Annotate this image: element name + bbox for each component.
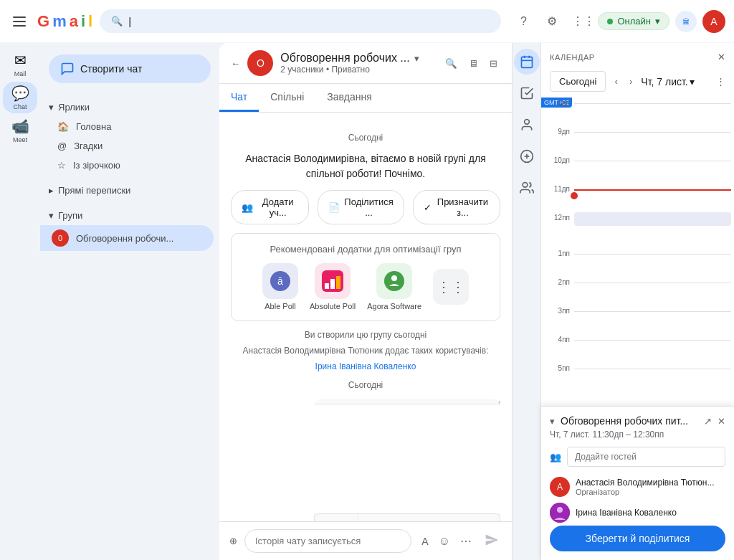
chat-chevron[interactable]: ▾ bbox=[414, 53, 419, 64]
absolute-poll-icon bbox=[315, 263, 351, 299]
event-card-collapse[interactable]: ▾ bbox=[550, 416, 555, 427]
tasks-side-icon[interactable] bbox=[514, 80, 540, 106]
guest-name-2: Ірина Іванівна Коваленко bbox=[576, 508, 677, 518]
more-icon: ⋮⋮ bbox=[437, 278, 465, 295]
more-options-button[interactable]: ⊟ bbox=[487, 55, 500, 72]
tab-chat[interactable]: Чат bbox=[219, 84, 259, 112]
event-card-open-button[interactable]: ↗ bbox=[704, 416, 712, 427]
action-buttons: 👥 Додати уч... 📄 Поділитися ... ✓ Призна… bbox=[231, 190, 500, 224]
file-message: 10 хв const colors = ['#34a bbox=[231, 399, 500, 521]
sidebar-item-meet[interactable]: 📹 Meet bbox=[3, 115, 37, 146]
add-members-label: Додати уч... bbox=[257, 196, 298, 218]
svg-text:🏛: 🏛 bbox=[682, 18, 690, 26]
starred-label: Із зірочкою bbox=[73, 160, 120, 171]
guests-icon: 👥 bbox=[550, 452, 561, 462]
chat-icon: 💬 bbox=[11, 85, 29, 102]
assign-label: Призначити з... bbox=[436, 196, 490, 218]
online-status[interactable]: Онлайн ▾ bbox=[598, 12, 669, 30]
emoji-button[interactable]: ☺ bbox=[436, 532, 453, 551]
time-label-8: 8дп bbox=[544, 98, 574, 107]
format-button[interactable]: A bbox=[419, 533, 431, 550]
apps-button[interactable]: ⋮⋮ bbox=[569, 10, 592, 33]
add-members-button[interactable]: 👥 Додати уч... bbox=[231, 190, 309, 224]
top-right-actions: ? ⚙ ⋮⋮ Онлайн ▾ 🏛 A bbox=[512, 10, 725, 33]
contacts-side-icon[interactable] bbox=[514, 112, 540, 138]
save-share-button[interactable]: Зберегти й поділитися bbox=[550, 526, 725, 551]
bottom-event-card: ▾ Обговорення робочих пит... ↗ ✕ Чт, 7 л… bbox=[541, 406, 734, 560]
duo-side-icon[interactable] bbox=[514, 175, 540, 201]
calendar-side-icon[interactable] bbox=[514, 49, 540, 75]
search-input[interactable] bbox=[128, 15, 490, 27]
university-avatar[interactable]: 🏛 bbox=[675, 11, 697, 32]
guest-name-1: Анастасія Володимирівна Тютюн... bbox=[576, 478, 714, 488]
tab-shared[interactable]: Спільні bbox=[259, 84, 315, 112]
more-input-button[interactable]: ⋯ bbox=[457, 531, 475, 551]
chat-title-group: Обговорення робочих ... ▾ 2 учасники • П… bbox=[280, 52, 419, 75]
system-msg-1: Ви створили цю групу сьогодні bbox=[231, 330, 500, 340]
time-line-8 bbox=[574, 103, 731, 104]
add-side-icon[interactable] bbox=[514, 143, 540, 169]
next-arrow[interactable]: › bbox=[626, 73, 635, 90]
hamburger-button[interactable] bbox=[9, 11, 30, 32]
sidebar-item-mentions[interactable]: @ Згадки bbox=[40, 136, 219, 156]
prev-arrow[interactable]: ‹ bbox=[611, 73, 620, 90]
calendar-close-button[interactable]: ✕ bbox=[718, 52, 725, 62]
assign-button[interactable]: ✓ Призначити з... bbox=[413, 190, 500, 224]
event-block[interactable] bbox=[574, 212, 731, 226]
help-button[interactable]: ? bbox=[512, 10, 535, 33]
chat-messages[interactable]: Сьогодні Анастасія Володимирівна, вітаєм… bbox=[219, 113, 512, 521]
addon-agora-software[interactable]: Agora Software bbox=[367, 263, 421, 310]
time-line-9 bbox=[574, 132, 731, 133]
date-chevron[interactable]: ▾ bbox=[690, 76, 695, 87]
create-chat-button[interactable]: Створити чат bbox=[49, 54, 211, 83]
addon-able-poll[interactable]: ā Able Poll bbox=[262, 263, 298, 310]
expand-arrow-groups: ▾ bbox=[49, 210, 54, 221]
time-label-12: 12пп bbox=[544, 212, 574, 222]
event-card-close-button[interactable]: ✕ bbox=[718, 416, 725, 427]
group-item-discussion[interactable]: 0 Обговорення робочи... bbox=[40, 225, 214, 251]
search-icon: 🔍 bbox=[111, 16, 123, 27]
time-label-2pm: 2пп bbox=[544, 277, 574, 286]
search-bar[interactable]: 🔍 bbox=[100, 9, 501, 33]
time-label-1pm: 1пп bbox=[544, 248, 574, 257]
today-button[interactable]: Сьогодні bbox=[550, 71, 606, 92]
time-row-9: 9дп bbox=[544, 126, 731, 155]
meet-icon: 📹 bbox=[11, 118, 29, 135]
labels-header[interactable]: ▾ Ярлики bbox=[40, 98, 219, 117]
time-line-10 bbox=[574, 161, 731, 161]
settings-button[interactable]: ⚙ bbox=[540, 10, 563, 33]
groups-header[interactable]: ▾ Групи bbox=[40, 206, 219, 225]
create-chat-label: Створити чат bbox=[80, 63, 143, 75]
addon-absolute-poll[interactable]: Absolute Poll bbox=[310, 263, 356, 310]
chat-input[interactable] bbox=[244, 529, 411, 553]
sidebar-item-mail[interactable]: ✉ Mail bbox=[3, 49, 37, 80]
create-chat-icon bbox=[60, 62, 75, 76]
chat-label: Chat bbox=[13, 103, 27, 110]
able-poll-label: Able Poll bbox=[264, 302, 295, 310]
star-icon: ☆ bbox=[57, 160, 66, 171]
mail-icon: ✉ bbox=[14, 52, 27, 69]
search-chat-button[interactable]: 🔍 bbox=[442, 55, 460, 72]
back-button[interactable]: ← bbox=[231, 58, 240, 69]
tab-tasks[interactable]: Завдання bbox=[315, 84, 383, 112]
user-avatar[interactable]: A bbox=[702, 10, 725, 33]
agora-software-label: Agora Software bbox=[367, 302, 421, 310]
share-button[interactable]: 📄 Поділитися ... bbox=[318, 190, 404, 224]
guest-info-1: Анастасія Володимирівна Тютюн... Організ… bbox=[576, 478, 714, 496]
direct-header[interactable]: ▸ Прямі переписки bbox=[40, 181, 219, 200]
sidebar-item-chat[interactable]: 💬 Chat bbox=[3, 82, 37, 113]
calendar-header: КАЛЕНДАР ✕ bbox=[541, 43, 734, 68]
svg-point-9 bbox=[391, 275, 397, 281]
labels-title: Ярлики bbox=[58, 102, 90, 113]
add-attachment-button[interactable]: ⊕ bbox=[229, 536, 237, 546]
video-button[interactable]: 🖥 bbox=[466, 55, 481, 72]
sidebar-item-starred[interactable]: ☆ Із зірочкою bbox=[40, 156, 219, 175]
guest-input[interactable] bbox=[567, 447, 725, 467]
share-icon: 📄 bbox=[328, 202, 340, 213]
message-bubble[interactable]: const colors = ['#34a853','#34a853','#fb… bbox=[314, 399, 500, 521]
calendar-more-button[interactable]: ⋮ bbox=[716, 76, 725, 87]
addon-more-button[interactable]: ⋮⋮ bbox=[433, 269, 469, 305]
sidebar-item-home[interactable]: 🏠 Головна bbox=[40, 117, 219, 136]
able-poll-icon: ā bbox=[262, 263, 298, 299]
send-button[interactable] bbox=[482, 530, 502, 552]
